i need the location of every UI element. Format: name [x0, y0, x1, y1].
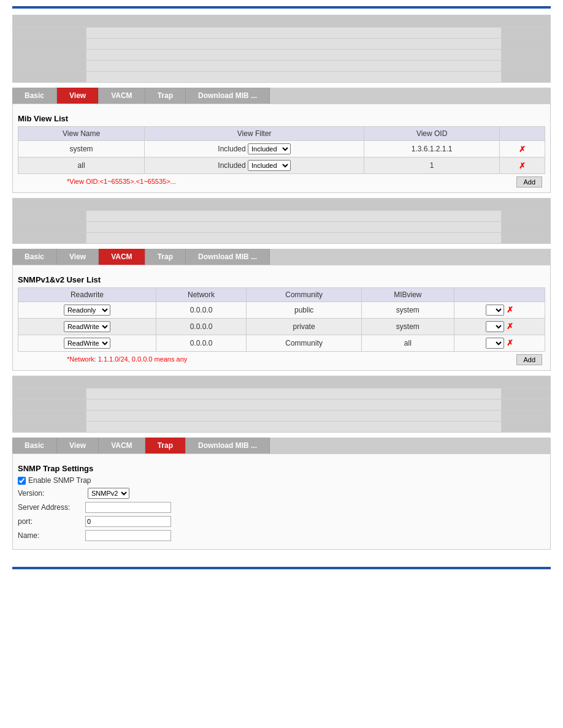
col-mibview: MIBview — [362, 288, 454, 302]
tab-basic-3[interactable]: Basic — [12, 438, 57, 453]
view-oid-2: 1 — [364, 157, 500, 174]
community-1: public — [247, 302, 362, 319]
tab-trap-1[interactable]: Trap — [145, 88, 186, 104]
version-row: Version: SNMPv1 SNMPv2 SNMPv3 — [18, 488, 545, 499]
version-dropdown-wrapper: SNMPv1 SNMPv2 SNMPv3 — [85, 488, 129, 499]
tab-basic-2[interactable]: Basic — [12, 249, 57, 265]
view-add-button[interactable]: Add — [516, 176, 542, 188]
readwrite-select-2[interactable]: ReadonlyReadWrite — [64, 321, 110, 332]
delete-vacm-3[interactable]: ✗ — [507, 338, 513, 347]
view-filter-1: Included IncludedExcluded — [145, 141, 364, 157]
server-address-input[interactable] — [85, 502, 171, 513]
readwrite-select-3[interactable]: ReadonlyReadWrite — [64, 338, 110, 349]
trap-section: SNMP Trap Settings Enable SNMP Trap Vers… — [12, 453, 551, 550]
tab-vacm-2[interactable]: VACM — [99, 249, 145, 265]
vacm-table: Readwrite Network Community MIBview Read… — [18, 287, 545, 352]
version-select[interactable]: SNMPv1 SNMPv2 SNMPv3 — [88, 488, 129, 499]
section2-gray-area — [12, 198, 551, 244]
delete-view-1[interactable]: ✗ — [519, 145, 526, 154]
blue-bottom-bar — [12, 567, 551, 569]
vacm-row-3: ReadonlyReadWrite 0.0.0.0 Community all … — [18, 335, 545, 352]
port-label: port: — [18, 517, 85, 526]
tab-download-1[interactable]: Download MIB ... — [186, 88, 270, 104]
version-label: Version: — [18, 489, 85, 498]
section1-gray-area — [12, 15, 551, 83]
col-action2 — [454, 288, 545, 302]
mibview-3: all — [362, 335, 454, 352]
mibview-select-2[interactable] — [486, 321, 504, 332]
tab-vacm-1[interactable]: VACM — [99, 88, 145, 104]
server-address-label: Server Address: — [18, 503, 85, 512]
tab-basic-1[interactable]: Basic — [12, 88, 57, 104]
col-community: Community — [247, 288, 362, 302]
view-row-1: system Included IncludedExcluded 1.3.6.1… — [18, 141, 545, 157]
tab-trap-3[interactable]: Trap — [145, 438, 186, 453]
community-3: Community — [247, 335, 362, 352]
delete-vacm-1[interactable]: ✗ — [507, 305, 513, 314]
name-row: Name: — [18, 530, 545, 541]
enable-trap-label: Enable SNMP Trap — [28, 476, 91, 485]
vacm-section: SNMPv1&v2 User List Readwrite Network Co… — [12, 265, 551, 371]
enable-trap-row: Enable SNMP Trap — [18, 476, 545, 485]
section3-gray-area — [12, 376, 551, 433]
enable-trap-checkbox[interactable] — [18, 477, 26, 485]
view-note: *View OID:<1~65535>.<1~65535>... — [67, 178, 176, 185]
vacm-title: SNMPv1&v2 User List — [18, 275, 545, 284]
mib-view-title: Mib View List — [18, 114, 545, 123]
col-network: Network — [156, 288, 246, 302]
name-label: Name: — [18, 531, 85, 540]
tab-bar-1: Basic View VACM Trap Download MIB ... — [12, 88, 551, 104]
col-view-filter: View Filter — [145, 127, 364, 141]
tab-trap-2[interactable]: Trap — [145, 249, 186, 265]
readwrite-select-1[interactable]: ReadonlyReadWrite — [64, 305, 110, 316]
vacm-note: *Network: 1.1.1.0/24, 0.0.0.0 means any — [67, 355, 187, 363]
tab-download-3[interactable]: Download MIB ... — [186, 438, 270, 453]
port-row: port: — [18, 516, 545, 527]
blue-top-bar — [12, 6, 551, 9]
network-3: 0.0.0.0 — [156, 335, 246, 352]
name-input[interactable] — [85, 530, 171, 541]
view-filter-select-2[interactable]: IncludedExcluded — [248, 160, 291, 171]
tab-view-3[interactable]: View — [57, 438, 99, 453]
delete-view-2[interactable]: ✗ — [519, 161, 526, 170]
network-1: 0.0.0.0 — [156, 302, 246, 319]
network-2: 0.0.0.0 — [156, 319, 246, 335]
server-address-row: Server Address: — [18, 502, 545, 513]
view-oid-1: 1.3.6.1.2.1.1 — [364, 141, 500, 157]
col-view-oid: View OID — [364, 127, 500, 141]
vacm-row-1: ReadonlyReadWrite 0.0.0.0 public system … — [18, 302, 545, 319]
vacm-row-2: ReadonlyReadWrite 0.0.0.0 private system… — [18, 319, 545, 335]
mib-view-section: Mib View List View Name View Filter View… — [12, 104, 551, 193]
mibview-select-3[interactable] — [486, 338, 504, 349]
mibview-2: system — [362, 319, 454, 335]
col-readwrite: Readwrite — [18, 288, 156, 302]
community-2: private — [247, 319, 362, 335]
view-filter-2: Included IncludedExcluded — [145, 157, 364, 174]
view-filter-select-1[interactable]: IncludedExcluded — [248, 143, 291, 154]
delete-vacm-2[interactable]: ✗ — [507, 322, 513, 331]
tab-bar-3: Basic View VACM Trap Download MIB ... — [12, 438, 551, 453]
view-name-1: system — [18, 141, 145, 157]
tab-view-1[interactable]: View — [57, 88, 99, 104]
mibview-select-1[interactable] — [486, 305, 504, 316]
col-action — [500, 127, 545, 141]
tab-bar-2: Basic View VACM Trap Download MIB ... — [12, 249, 551, 265]
tab-view-2[interactable]: View — [57, 249, 99, 265]
port-input[interactable] — [85, 516, 171, 527]
mibview-1: system — [362, 302, 454, 319]
trap-title: SNMP Trap Settings — [18, 464, 545, 473]
tab-vacm-3[interactable]: VACM — [99, 438, 145, 453]
mib-view-table: View Name View Filter View OID system In… — [18, 126, 545, 174]
vacm-add-button[interactable]: Add — [516, 354, 542, 365]
view-row-2: all Included IncludedExcluded 1 ✗ — [18, 157, 545, 174]
tab-download-2[interactable]: Download MIB ... — [186, 249, 270, 265]
col-view-name: View Name — [18, 127, 145, 141]
view-name-2: all — [18, 157, 145, 174]
